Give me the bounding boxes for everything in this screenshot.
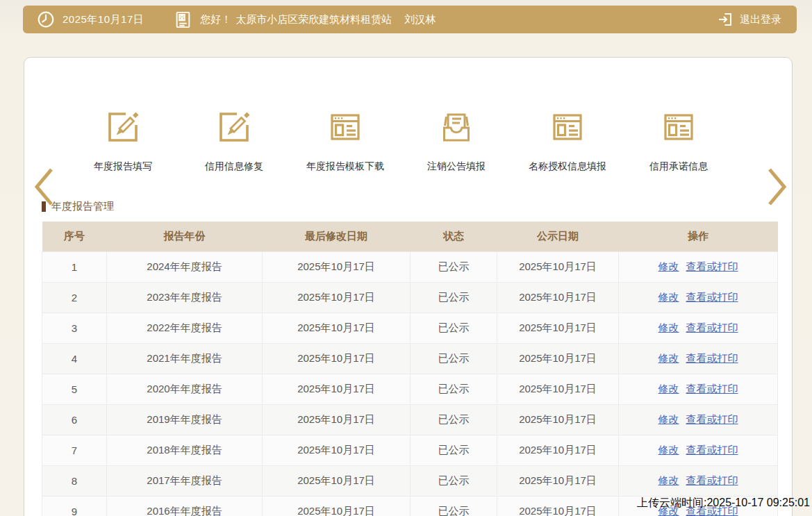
cell-status: 已公示 bbox=[411, 374, 497, 405]
cell-publish-date: 2025年10月17日 bbox=[497, 374, 619, 405]
cell-actions: 修改查看或打印 bbox=[619, 435, 778, 466]
column-header: 操作 bbox=[619, 222, 778, 252]
view-print-link[interactable]: 查看或打印 bbox=[686, 322, 738, 333]
cell-last-modified: 2025年10月17日 bbox=[263, 313, 411, 344]
table-body: 1 2024年年度报告 2025年10月17日 已公示 2025年10月17日 … bbox=[42, 252, 778, 516]
cell-status: 已公示 bbox=[411, 313, 497, 344]
cell-status: 已公示 bbox=[411, 252, 497, 283]
chevron-right-icon bbox=[766, 199, 788, 209]
cell-index: 1 bbox=[42, 252, 107, 283]
logout-icon bbox=[717, 11, 734, 28]
carousel-item-label: 信用信息修复 bbox=[205, 160, 263, 173]
cell-report-year: 2020年年度报告 bbox=[107, 374, 263, 405]
greeting-text: 您好！ bbox=[200, 13, 231, 26]
view-print-link[interactable]: 查看或打印 bbox=[686, 260, 738, 272]
carousel-next-button[interactable] bbox=[766, 167, 788, 209]
cell-report-year: 2024年年度报告 bbox=[107, 252, 263, 283]
table-row: 1 2024年年度报告 2025年10月17日 已公示 2025年10月17日 … bbox=[42, 252, 778, 283]
edit-icon bbox=[105, 109, 141, 145]
logout-button[interactable]: 退出登录 bbox=[717, 11, 781, 28]
topbar: 2025年10月17日 您好！ 太原市小店区荣欣建筑材料租赁站 刘汉林 bbox=[23, 6, 797, 33]
logout-label: 退出登录 bbox=[740, 13, 781, 26]
cell-publish-date: 2025年10月17日 bbox=[497, 435, 619, 466]
table-row: 3 2022年年度报告 2025年10月17日 已公示 2025年10月17日 … bbox=[42, 313, 778, 344]
edit-link[interactable]: 修改 bbox=[658, 260, 679, 272]
view-print-link[interactable]: 查看或打印 bbox=[686, 383, 738, 394]
cell-report-year: 2019年年度报告 bbox=[107, 405, 263, 435]
cell-actions: 修改查看或打印 bbox=[619, 313, 778, 344]
cell-status: 已公示 bbox=[411, 283, 497, 313]
cell-index: 8 bbox=[42, 466, 107, 497]
carousel-item-label: 信用承诺信息 bbox=[649, 160, 708, 173]
carousel-item[interactable]: 年度报告模板下载 bbox=[290, 109, 401, 173]
cell-publish-date: 2025年10月17日 bbox=[497, 252, 619, 283]
table-row: 7 2018年年度报告 2025年10月17日 已公示 2025年10月17日 … bbox=[42, 435, 778, 466]
cell-status: 已公示 bbox=[411, 435, 497, 466]
user-badge-icon bbox=[174, 11, 192, 28]
cell-last-modified: 2025年10月17日 bbox=[263, 374, 411, 405]
carousel-item-label: 年度报告填写 bbox=[94, 160, 152, 173]
edit-link[interactable]: 修改 bbox=[658, 474, 679, 486]
cell-publish-date: 2025年10月17日 bbox=[497, 405, 619, 435]
carousel-item-label: 名称授权信息填报 bbox=[529, 160, 606, 173]
carousel-item[interactable]: 信用信息修复 bbox=[179, 109, 290, 173]
webpage-icon bbox=[661, 109, 697, 145]
cell-last-modified: 2025年10月17日 bbox=[263, 466, 411, 497]
cell-last-modified: 2025年10月17日 bbox=[263, 283, 411, 313]
clock-icon bbox=[37, 10, 55, 28]
edit-link[interactable]: 修改 bbox=[658, 444, 679, 456]
edit-link[interactable]: 修改 bbox=[658, 322, 679, 333]
topbar-date: 2025年10月17日 bbox=[63, 13, 144, 26]
cell-index: 9 bbox=[42, 497, 107, 516]
webpage-icon bbox=[327, 109, 363, 145]
edit-link[interactable]: 修改 bbox=[658, 291, 679, 303]
edit-link[interactable]: 修改 bbox=[658, 383, 679, 394]
cell-last-modified: 2025年10月17日 bbox=[263, 344, 411, 374]
view-print-link[interactable]: 查看或打印 bbox=[686, 352, 738, 364]
edit-link[interactable]: 修改 bbox=[658, 352, 679, 364]
cell-last-modified: 2025年10月17日 bbox=[263, 405, 411, 435]
view-print-link[interactable]: 查看或打印 bbox=[686, 474, 738, 486]
section-title-text: 年度报告管理 bbox=[51, 200, 114, 213]
carousel-item[interactable]: 信用承诺信息 bbox=[623, 109, 734, 173]
cell-last-modified: 2025年10月17日 bbox=[263, 497, 411, 516]
carousel-item-label: 注销公告填报 bbox=[427, 160, 486, 173]
cell-report-year: 2022年年度报告 bbox=[107, 313, 263, 344]
cell-report-year: 2018年年度报告 bbox=[107, 435, 263, 466]
table-row: 8 2017年年度报告 2025年10月17日 已公示 2025年10月17日 … bbox=[42, 466, 778, 497]
cell-actions: 修改查看或打印 bbox=[619, 466, 778, 497]
shortcut-carousel: 年度报告填写 信用信息修复 年度报告模板下载 注销公告填报 bbox=[67, 109, 734, 173]
cell-actions: 修改查看或打印 bbox=[619, 252, 778, 283]
cell-status: 已公示 bbox=[411, 405, 497, 435]
column-header: 序号 bbox=[42, 222, 107, 252]
carousel-item[interactable]: 年度报告填写 bbox=[67, 109, 179, 173]
table-header-row: 序号报告年份最后修改日期状态公示日期操作 bbox=[42, 222, 778, 252]
cell-status: 已公示 bbox=[411, 466, 497, 497]
annual-report-table-wrap: 序号报告年份最后修改日期状态公示日期操作 1 2024年年度报告 2025年10… bbox=[42, 222, 777, 516]
annual-report-table: 序号报告年份最后修改日期状态公示日期操作 1 2024年年度报告 2025年10… bbox=[42, 222, 778, 516]
cell-index: 4 bbox=[42, 344, 107, 374]
main-card: 年度报告填写 信用信息修复 年度报告模板下载 注销公告填报 bbox=[24, 57, 793, 516]
table-row: 2 2023年年度报告 2025年10月17日 已公示 2025年10月17日 … bbox=[42, 283, 778, 313]
view-print-link[interactable]: 查看或打印 bbox=[686, 291, 738, 303]
cell-status: 已公示 bbox=[411, 497, 497, 516]
table-row: 6 2019年年度报告 2025年10月17日 已公示 2025年10月17日 … bbox=[42, 405, 778, 435]
cell-actions: 修改查看或打印 bbox=[619, 283, 778, 313]
carousel-item[interactable]: 注销公告填报 bbox=[401, 109, 512, 173]
cell-last-modified: 2025年10月17日 bbox=[263, 435, 411, 466]
column-header: 报告年份 bbox=[107, 222, 263, 252]
cell-index: 2 bbox=[42, 283, 107, 313]
cell-publish-date: 2025年10月17日 bbox=[497, 466, 619, 497]
webpage-icon bbox=[549, 109, 586, 145]
edit-link[interactable]: 修改 bbox=[658, 413, 679, 425]
edit-icon bbox=[216, 109, 252, 145]
cell-report-year: 2021年年度报告 bbox=[107, 344, 263, 374]
carousel-item[interactable]: 名称授权信息填报 bbox=[512, 109, 623, 173]
view-print-link[interactable]: 查看或打印 bbox=[686, 413, 738, 425]
company-name: 太原市小店区荣欣建筑材料租赁站 bbox=[235, 13, 392, 26]
table-row: 4 2021年年度报告 2025年10月17日 已公示 2025年10月17日 … bbox=[42, 344, 778, 374]
page: 2025年10月17日 您好！ 太原市小店区荣欣建筑材料租赁站 刘汉林 bbox=[0, 0, 812, 516]
upload-time-watermark: 上传云端时间:2025-10-17 09:25:01 bbox=[637, 496, 810, 510]
view-print-link[interactable]: 查看或打印 bbox=[686, 444, 738, 456]
cell-actions: 修改查看或打印 bbox=[619, 344, 778, 374]
